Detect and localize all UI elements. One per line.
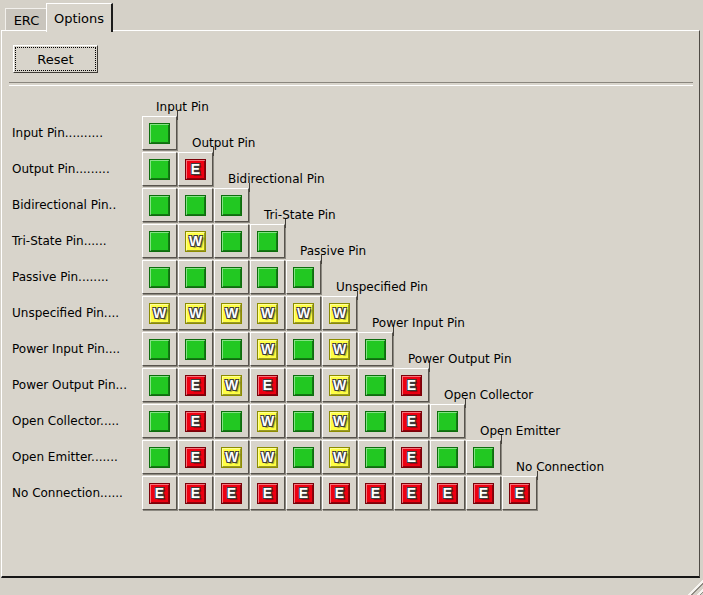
- matrix-cell-r10-c0-error[interactable]: E: [142, 476, 177, 510]
- matrix-cell-r4-c1-ok[interactable]: [178, 260, 213, 294]
- error-square-icon: E: [473, 483, 494, 504]
- matrix-cell-r6-c0-ok[interactable]: [142, 332, 177, 366]
- row-label-8: Open Collector.....: [12, 414, 119, 429]
- matrix-cell-r2-c0-ok[interactable]: [142, 188, 177, 222]
- matrix-cell-r10-c10-error[interactable]: E: [502, 476, 537, 510]
- ok-square-icon: [221, 411, 242, 432]
- matrix-cell-r7-c7-error[interactable]: E: [394, 368, 429, 402]
- error-square-icon: E: [401, 375, 422, 396]
- matrix-cell-r8-c3-warning[interactable]: W: [250, 404, 285, 438]
- matrix-cell-r8-c4-ok[interactable]: [286, 404, 321, 438]
- ok-square-icon: [221, 267, 242, 288]
- matrix-cell-r10-c7-error[interactable]: E: [394, 476, 429, 510]
- error-square-icon: E: [185, 375, 206, 396]
- matrix-cell-r8-c7-error[interactable]: E: [394, 404, 429, 438]
- matrix-cell-r8-c1-error[interactable]: E: [178, 404, 213, 438]
- warning-square-icon: W: [257, 339, 278, 360]
- matrix-cell-r9-c9-ok[interactable]: [466, 440, 501, 474]
- warning-square-icon: W: [257, 447, 278, 468]
- col-tick-7: [429, 363, 430, 372]
- matrix-cell-r0-c0-ok[interactable]: [142, 116, 177, 150]
- matrix-cell-r5-c2-warning[interactable]: W: [214, 296, 249, 330]
- matrix-cell-r10-c5-error[interactable]: E: [322, 476, 357, 510]
- matrix-cell-r9-c6-ok[interactable]: [358, 440, 393, 474]
- matrix-cell-r3-c1-warning[interactable]: W: [178, 224, 213, 258]
- matrix-cell-r3-c2-ok[interactable]: [214, 224, 249, 258]
- matrix-cell-r6-c3-warning[interactable]: W: [250, 332, 285, 366]
- matrix-cell-r9-c3-warning[interactable]: W: [250, 440, 285, 474]
- matrix-cell-r3-c3-ok[interactable]: [250, 224, 285, 258]
- error-square-icon: E: [185, 483, 206, 504]
- matrix-cell-r5-c4-warning[interactable]: W: [286, 296, 321, 330]
- ok-square-icon: [149, 195, 170, 216]
- row-label-7: Power Output Pin...: [12, 378, 127, 393]
- matrix-cell-r7-c5-warning[interactable]: W: [322, 368, 357, 402]
- ok-square-icon: [257, 267, 278, 288]
- matrix-cell-r7-c1-error[interactable]: E: [178, 368, 213, 402]
- matrix-cell-r9-c1-error[interactable]: E: [178, 440, 213, 474]
- col-label-9: Open Emitter: [480, 424, 560, 439]
- matrix-cell-r6-c4-ok[interactable]: [286, 332, 321, 366]
- tab-options[interactable]: Options: [46, 3, 113, 32]
- ok-square-icon: [293, 411, 314, 432]
- matrix-cell-r10-c3-error[interactable]: E: [250, 476, 285, 510]
- row-label-4: Passive Pin........: [12, 270, 109, 285]
- matrix-cell-r10-c2-error[interactable]: E: [214, 476, 249, 510]
- col-tick-5: [357, 291, 358, 300]
- ok-square-icon: [185, 339, 206, 360]
- matrix-cell-r9-c5-warning[interactable]: W: [322, 440, 357, 474]
- matrix-cell-r3-c0-ok[interactable]: [142, 224, 177, 258]
- warning-square-icon: W: [329, 303, 350, 324]
- matrix-cell-r8-c6-ok[interactable]: [358, 404, 393, 438]
- matrix-cell-r9-c0-ok[interactable]: [142, 440, 177, 474]
- matrix-cell-r8-c8-ok[interactable]: [430, 404, 465, 438]
- matrix-cell-r4-c2-ok[interactable]: [214, 260, 249, 294]
- tab-erc[interactable]: ERC: [5, 8, 48, 31]
- matrix-cell-r5-c1-warning[interactable]: W: [178, 296, 213, 330]
- matrix-cell-r10-c4-error[interactable]: E: [286, 476, 321, 510]
- matrix-cell-r2-c2-ok[interactable]: [214, 188, 249, 222]
- col-label-3: Tri-State Pin: [264, 208, 336, 223]
- row-label-9: Open Emitter.......: [12, 450, 118, 465]
- matrix-cell-r4-c3-ok[interactable]: [250, 260, 285, 294]
- matrix-cell-r1-c1-error[interactable]: E: [178, 152, 213, 186]
- matrix-cell-r6-c6-ok[interactable]: [358, 332, 393, 366]
- matrix-cell-r7-c0-ok[interactable]: [142, 368, 177, 402]
- matrix-cell-r2-c1-ok[interactable]: [178, 188, 213, 222]
- matrix-cell-r9-c2-warning[interactable]: W: [214, 440, 249, 474]
- erc-pin-matrix: Input Pin..........Output Pin.........Bi…: [2, 31, 701, 577]
- col-label-2: Bidirectional Pin: [228, 172, 325, 187]
- error-square-icon: E: [293, 483, 314, 504]
- matrix-cell-r5-c3-warning[interactable]: W: [250, 296, 285, 330]
- matrix-cell-r7-c2-warning[interactable]: W: [214, 368, 249, 402]
- matrix-cell-r6-c2-ok[interactable]: [214, 332, 249, 366]
- ok-square-icon: [221, 231, 242, 252]
- matrix-cell-r9-c4-ok[interactable]: [286, 440, 321, 474]
- matrix-cell-r10-c1-error[interactable]: E: [178, 476, 213, 510]
- col-tick-1: [213, 147, 214, 156]
- matrix-cell-r5-c0-warning[interactable]: W: [142, 296, 177, 330]
- matrix-cell-r10-c9-error[interactable]: E: [466, 476, 501, 510]
- matrix-cell-r5-c5-warning[interactable]: W: [322, 296, 357, 330]
- warning-square-icon: W: [329, 339, 350, 360]
- error-square-icon: E: [149, 483, 170, 504]
- matrix-cell-r7-c4-ok[interactable]: [286, 368, 321, 402]
- ok-square-icon: [149, 123, 170, 144]
- matrix-cell-r4-c0-ok[interactable]: [142, 260, 177, 294]
- matrix-cell-r10-c8-error[interactable]: E: [430, 476, 465, 510]
- resize-grip-icon[interactable]: [687, 579, 703, 595]
- matrix-cell-r8-c2-ok[interactable]: [214, 404, 249, 438]
- matrix-cell-r1-c0-ok[interactable]: [142, 152, 177, 186]
- matrix-cell-r9-c7-error[interactable]: E: [394, 440, 429, 474]
- matrix-cell-r6-c5-warning[interactable]: W: [322, 332, 357, 366]
- col-tick-3: [285, 219, 286, 228]
- matrix-cell-r10-c6-error[interactable]: E: [358, 476, 393, 510]
- matrix-cell-r8-c5-warning[interactable]: W: [322, 404, 357, 438]
- matrix-cell-r8-c0-ok[interactable]: [142, 404, 177, 438]
- matrix-cell-r6-c1-ok[interactable]: [178, 332, 213, 366]
- matrix-cell-r7-c6-ok[interactable]: [358, 368, 393, 402]
- ok-square-icon: [293, 339, 314, 360]
- matrix-cell-r7-c3-error[interactable]: E: [250, 368, 285, 402]
- matrix-cell-r4-c4-ok[interactable]: [286, 260, 321, 294]
- matrix-cell-r9-c8-ok[interactable]: [430, 440, 465, 474]
